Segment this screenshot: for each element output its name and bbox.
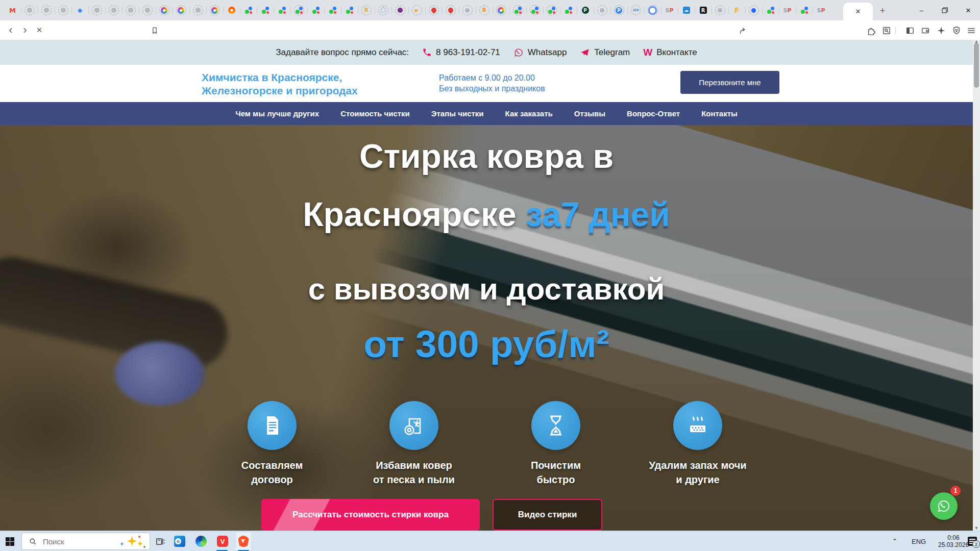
browser-tab-gmail-icon[interactable]: M xyxy=(4,0,21,20)
browser-tab-cluster-d-icon[interactable] xyxy=(290,0,307,20)
browser-tab-dashed-icon[interactable] xyxy=(55,0,71,20)
browser-tab-cluster-d-icon[interactable] xyxy=(526,0,543,20)
browser-tab-bluedot-icon[interactable] xyxy=(745,0,762,20)
browser-tab-globe-icon[interactable]: ⊕ xyxy=(712,0,728,20)
browser-tab-pointer-icon[interactable]: ▶ xyxy=(408,0,425,20)
browser-tab-sp-icon[interactable]: SP xyxy=(779,0,796,20)
browser-tab-sp-icon[interactable]: SP xyxy=(661,0,678,20)
site-logo[interactable]: Химчистка в Красноярске, Железногорске и… xyxy=(202,71,358,97)
browser-tab-globe-icon[interactable]: ⊕ xyxy=(459,0,476,20)
vpn-shield-icon[interactable] xyxy=(951,25,962,36)
tab-close-icon[interactable]: ✕ xyxy=(855,8,861,15)
language-indicator[interactable]: ENG xyxy=(912,531,926,551)
outlook-icon[interactable]: o xyxy=(174,535,186,547)
nav-item-order[interactable]: Как заказать xyxy=(505,109,553,118)
leo-ai-sparkle-icon[interactable] xyxy=(936,25,947,36)
browser-tab-dashed-icon[interactable] xyxy=(21,0,38,20)
brave-icon[interactable] xyxy=(237,535,250,547)
copilot-sparkle-icon xyxy=(118,535,146,548)
new-tab-button[interactable]: + xyxy=(876,4,889,17)
browser-tab-purple-icon[interactable] xyxy=(391,0,408,20)
browser-tab-cluster-icon[interactable] xyxy=(307,0,324,20)
notification-center[interactable]: 2 xyxy=(968,531,977,551)
back-button[interactable]: ‹ xyxy=(3,22,18,38)
window-close-button[interactable]: ✕ xyxy=(957,0,980,20)
menu-hamburger-icon[interactable] xyxy=(966,25,977,36)
stop-button[interactable]: ✕ xyxy=(32,22,47,38)
browser-tab-cluster-icon[interactable] xyxy=(257,0,274,20)
search-input[interactable] xyxy=(42,537,110,546)
clock[interactable]: 0:0625.03.2026 xyxy=(938,531,969,551)
browser-tab-cluster-d-icon[interactable] xyxy=(509,0,526,20)
browser-tab-cluster-icon[interactable] xyxy=(762,0,779,20)
nav-item-stages[interactable]: Этапы чистки xyxy=(431,109,484,118)
browser-tab-pin-icon[interactable] xyxy=(425,0,442,20)
share-icon[interactable] xyxy=(737,25,748,36)
browser-tab-cluster-icon[interactable] xyxy=(240,0,257,20)
browser-tab-ring-icon[interactable] xyxy=(493,0,509,20)
wallet-icon[interactable] xyxy=(920,25,931,36)
browser-tab-crystal-icon[interactable]: ◆ xyxy=(71,0,88,20)
browser-tab-cluster-icon[interactable] xyxy=(274,0,290,20)
browser-tab-orange-icon[interactable] xyxy=(223,0,240,20)
browser-tab-blueP-icon[interactable]: P xyxy=(610,0,627,20)
whatsapp-badge: 1 xyxy=(950,486,961,496)
phone-link[interactable]: 8 963-191-02-71 xyxy=(422,47,500,58)
taskbar-search[interactable] xyxy=(21,533,150,550)
browser-tab-ibb-icon[interactable]: ibb xyxy=(627,0,644,20)
vk-link[interactable]: W Вконтакте xyxy=(643,47,697,58)
browser-tab-dashed-icon[interactable] xyxy=(105,0,122,20)
video-button[interactable]: Видео стирки xyxy=(493,499,602,531)
window-restore-button[interactable] xyxy=(933,0,957,20)
telegram-link[interactable]: Telegram xyxy=(580,47,630,58)
browser-tab-globe-icon[interactable]: ⊕ xyxy=(594,0,610,20)
forward-button[interactable]: › xyxy=(17,22,33,38)
start-button[interactable] xyxy=(6,537,14,546)
window-minimize-button[interactable]: – xyxy=(910,0,933,20)
sidebar-icon[interactable] xyxy=(904,25,916,36)
browser-tab-sp-icon[interactable]: SP xyxy=(813,0,829,20)
browser-tab-cluster-icon[interactable] xyxy=(796,0,813,20)
whatsapp-float-button[interactable] xyxy=(930,492,958,520)
calculate-cost-button[interactable]: Рассчитать стоимость стирки ковра xyxy=(261,499,480,531)
browser-tab-cluster-icon[interactable] xyxy=(324,0,341,20)
browser-tab-dashed-icon[interactable] xyxy=(122,0,139,20)
browser-tab-ring-icon[interactable] xyxy=(173,0,189,20)
callback-button[interactable]: Перезвоните мне xyxy=(680,71,779,94)
nav-item-pricing[interactable]: Стоимость чистки xyxy=(340,109,410,118)
hero-section: Стирка ковра в Красноярске за7 дней с вы… xyxy=(0,125,973,531)
scrollbar-thumb[interactable] xyxy=(974,43,979,88)
browser-tab-pin-icon[interactable] xyxy=(442,0,459,20)
browser-tab-greenP-icon[interactable]: P xyxy=(577,0,594,20)
page-scrollbar[interactable]: ▲ ▼ xyxy=(973,40,980,531)
browser-tab-cluster-icon[interactable] xyxy=(341,0,358,20)
active-tab[interactable]: ✕ xyxy=(843,3,873,20)
task-view-icon[interactable] xyxy=(154,535,166,547)
edge-icon[interactable] xyxy=(195,535,207,547)
browser-tab-cluster-icon[interactable] xyxy=(560,0,577,20)
browser-tab-btc-icon[interactable]: B xyxy=(358,0,375,20)
browser-tab-drop-icon[interactable] xyxy=(375,0,391,20)
browser-tab-rlogo-icon[interactable]: R xyxy=(695,0,712,20)
nav-item-reviews[interactable]: Отзывы xyxy=(574,109,605,118)
browser-tab-target-icon[interactable] xyxy=(644,0,661,20)
browser-tab-dashed-icon[interactable] xyxy=(88,0,105,20)
nav-item-advantages[interactable]: Чем мы лучше других xyxy=(235,109,319,118)
tray-chevron[interactable]: ⌃ xyxy=(892,531,897,551)
extensions-puzzle-icon[interactable] xyxy=(866,25,877,36)
nav-item-contacts[interactable]: Контакты xyxy=(701,109,738,118)
browser-tab-dashed-icon[interactable] xyxy=(139,0,156,20)
whatsapp-link[interactable]: Whatsapp xyxy=(513,47,567,58)
browser-tab-flogo-icon[interactable]: F xyxy=(728,0,745,20)
browser-tab-dashed-icon[interactable] xyxy=(189,0,206,20)
nav-item-faq[interactable]: Вопрос-Ответ xyxy=(627,109,680,118)
browser-tab-orangeB-icon[interactable]: B xyxy=(476,0,493,20)
browser-tab-cluster-d-icon[interactable] xyxy=(543,0,560,20)
bookmark-icon[interactable] xyxy=(149,25,160,36)
browser-tab-ring-icon[interactable] xyxy=(206,0,223,20)
browser-tab-dashed-icon[interactable] xyxy=(38,0,55,20)
browser-tab-cloud-icon[interactable]: ☁ xyxy=(678,0,695,20)
browser-tab-ring-icon[interactable] xyxy=(156,0,173,20)
vivaldi-icon[interactable]: V xyxy=(216,535,229,547)
page-search-icon[interactable] xyxy=(881,25,892,36)
